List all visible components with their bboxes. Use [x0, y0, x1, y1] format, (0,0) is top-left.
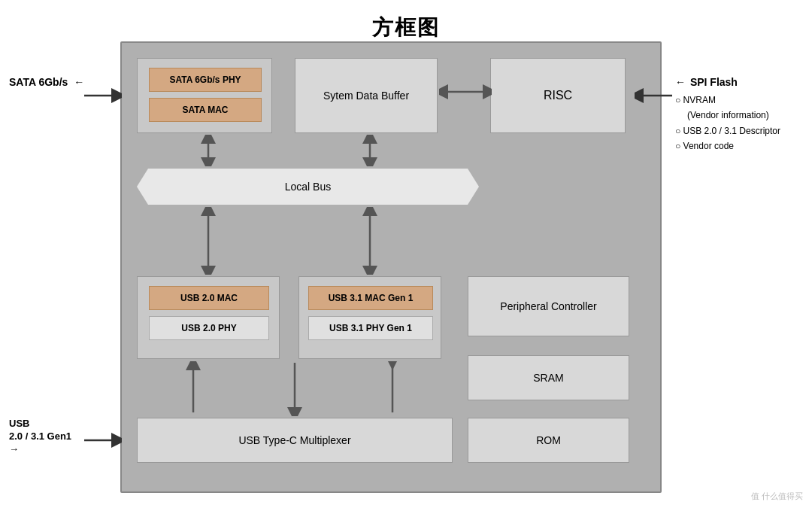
buffer-block: Sytem Data Buffer	[295, 58, 438, 133]
local-bus-arrow: Local Bus	[137, 169, 479, 205]
localbus-usb2-arrow	[201, 207, 216, 275]
center-usbc-arrow	[287, 361, 302, 416]
sata-external-label: SATA 6Gb/s ←	[9, 76, 84, 88]
diagram-container: SATA 6Gb/s PHY SATA MAC Sytem Data Buffe…	[120, 41, 662, 493]
rom-block: ROM	[468, 418, 629, 463]
localbus-usb31-arrow	[362, 207, 377, 275]
local-bus-label: Local Bus	[285, 181, 331, 193]
usb-external-label: USB 2.0 / 3.1 Gen1 →	[9, 418, 71, 456]
usb-external-arrow	[83, 431, 122, 449]
sata-mac-label: SATA MAC	[149, 98, 262, 122]
spi-flash-label: ← SPI Flash	[675, 76, 738, 88]
peripheral-block: Peripheral Controller	[468, 276, 629, 336]
usb31-phy-label: USB 3.1 PHY Gen 1	[308, 316, 433, 340]
sata-block: SATA 6Gb/s PHY SATA MAC	[137, 58, 272, 133]
watermark: 值 什么值得买	[751, 491, 803, 502]
local-bus-container: Local Bus	[137, 169, 479, 205]
buffer-risc-arrow	[439, 84, 492, 99]
usb31-usbc-arrow	[385, 361, 400, 416]
spi-nvram-label: ○ NVRAM (Vendor information) ○ USB 2.0 /…	[675, 93, 780, 154]
usb31-mac-label: USB 3.1 MAC Gen 1	[308, 286, 433, 310]
usb2-mac-label: USB 2.0 MAC	[149, 286, 269, 310]
buffer-localbus-arrow	[362, 135, 377, 166]
usb31-block: USB 3.1 MAC Gen 1 USB 3.1 PHY Gen 1	[298, 276, 441, 359]
risc-block: RISC	[490, 58, 626, 133]
spi-external-arrow	[635, 87, 674, 105]
sram-block: SRAM	[468, 355, 629, 400]
sata-buffer-arrow	[201, 135, 216, 166]
usbc-block: USB Type-C Multiplexer	[137, 418, 453, 463]
usb2-usbc-arrow	[186, 361, 201, 416]
sata-external-arrow	[83, 87, 122, 105]
usb2-block: USB 2.0 MAC USB 2.0 PHY	[137, 276, 280, 359]
sata-phy-label: SATA 6Gb/s PHY	[149, 68, 262, 92]
usb2-phy-label: USB 2.0 PHY	[149, 316, 269, 340]
